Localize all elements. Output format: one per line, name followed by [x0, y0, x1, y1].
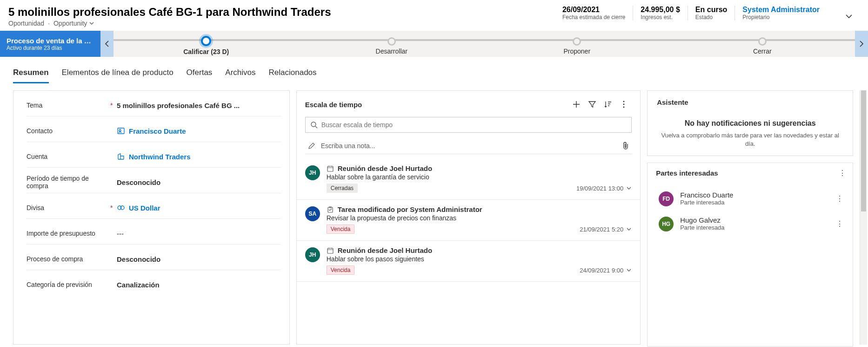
timeline-more-button[interactable] — [616, 97, 632, 111]
process-next-button[interactable] — [855, 31, 868, 57]
contact-icon — [117, 127, 125, 135]
stage-circle — [201, 36, 211, 46]
chevron-down-icon[interactable] — [626, 185, 632, 191]
field-row[interactable]: Categoría de previsión Canalización — [13, 270, 289, 295]
stage-circle — [573, 37, 581, 46]
field-label: Tema — [27, 102, 110, 109]
chevron-down-icon[interactable] — [626, 267, 632, 273]
field-value[interactable]: US Dollar — [117, 204, 281, 212]
timeline-item-subtitle: Hablar sobre los pasos siguientes — [327, 255, 632, 263]
metric-value: System Administrator — [742, 6, 820, 14]
metric-value: En curso — [695, 6, 727, 14]
svg-rect-8 — [327, 166, 333, 171]
field-value[interactable]: Francisco Duarte — [117, 127, 281, 135]
field-value[interactable]: Desconocido — [117, 255, 281, 263]
stakeholder-more-button[interactable]: ⋮ — [833, 219, 846, 228]
entity-name: Oportunidad — [8, 20, 44, 27]
entity-subtitle: Oportunidad · Opportunity — [8, 20, 544, 27]
stakeholders-more-button[interactable]: ⋮ — [836, 169, 849, 177]
chevron-down-icon[interactable] — [626, 226, 632, 232]
required-indicator: * — [110, 204, 117, 211]
chevron-down-icon — [845, 12, 853, 20]
tab-ofertas[interactable]: Ofertas — [187, 65, 213, 83]
filter-icon — [588, 100, 596, 109]
header-collapse-toggle[interactable] — [838, 9, 860, 23]
title-block: 5 molinillos profesionales Café BG-1 par… — [8, 6, 544, 27]
metric-value: 24.995,00 $ — [641, 6, 680, 14]
timeline-item[interactable]: SA Tarea modificado por System Administr… — [297, 200, 640, 241]
process-prev-button[interactable] — [100, 31, 114, 57]
tab-resumen[interactable]: Resumen — [13, 65, 49, 83]
status-badge: Vencida — [327, 265, 355, 275]
stage-label: Calificar (23 D) — [183, 48, 229, 55]
process-stage[interactable]: Calificar (23 D) — [114, 33, 299, 55]
field-row[interactable]: Importe de presupuesto --- — [13, 219, 289, 244]
content-area: Tema * 5 molinillos profesionales Café B… — [0, 84, 868, 347]
field-value[interactable]: Northwind Traders — [117, 152, 281, 161]
process-name-block[interactable]: Proceso de venta de la o... Activo duran… — [0, 31, 100, 57]
field-row[interactable]: Cuenta Northwind Traders — [13, 142, 289, 167]
metric-label: Fecha estimada de cierre — [562, 14, 625, 20]
avatar: HG — [659, 217, 674, 231]
header-metric[interactable]: En curso Estado — [688, 6, 734, 20]
field-value[interactable]: --- — [117, 230, 281, 238]
account-icon — [117, 152, 125, 161]
stage-label: Cerrar — [753, 48, 772, 55]
svg-rect-10 — [327, 248, 333, 253]
scrollbar-thumb[interactable] — [861, 90, 866, 211]
tab-elementos-de-línea-de-producto[interactable]: Elementos de línea de producto — [62, 65, 174, 83]
stage-circle — [758, 37, 767, 46]
metric-value: 26/09/2021 — [562, 6, 625, 14]
field-row[interactable]: Período de tiempo de compra Desconocido — [13, 168, 289, 193]
header-metric[interactable]: System Administrator Propietario — [734, 6, 827, 20]
field-row[interactable]: Tema * 5 molinillos profesionales Café B… — [13, 91, 289, 116]
stakeholders-panel: Partes interesadas ⋮ FD Francisco Duarte… — [647, 163, 853, 347]
field-row[interactable]: Proceso de compra Desconocido — [13, 245, 289, 270]
stakeholder-more-button[interactable]: ⋮ — [833, 194, 846, 203]
timeline-item-body: Tarea modificado por System Administrato… — [327, 205, 632, 234]
tab-archivos[interactable]: Archivos — [225, 65, 255, 83]
timeline-item-subtitle: Revisar la propuesta de precios con fina… — [327, 214, 632, 222]
stakeholders-header: Partes interesadas ⋮ — [656, 169, 849, 177]
svg-point-7 — [311, 122, 316, 127]
timeline-item-date: 19/09/2021 13:00 — [576, 185, 632, 192]
timeline-note-input-row[interactable]: Escriba una nota... — [305, 137, 632, 154]
field-row[interactable]: Contacto Francisco Duarte — [13, 116, 289, 142]
timeline-item[interactable]: JH Reunión desde Joel Hurtado Hablar sob… — [297, 241, 640, 282]
timeline-search[interactable] — [305, 117, 632, 133]
timeline-add-button[interactable] — [568, 97, 584, 111]
assistant-empty-subtext: Vuelva a comprobarlo más tarde para ver … — [657, 131, 843, 148]
chevron-left-icon — [105, 41, 109, 47]
avatar: SA — [305, 206, 320, 221]
field-value[interactable]: Desconocido — [117, 178, 281, 186]
header-metrics: 26/09/2021 Fecha estimada de cierre24.99… — [555, 6, 827, 20]
timeline-sort-button[interactable] — [600, 97, 616, 111]
header-metric[interactable]: 24.995,00 $ Ingresos est. — [633, 6, 688, 20]
process-stage[interactable]: Desarrollar — [299, 33, 485, 55]
svg-point-4 — [623, 101, 625, 102]
tab-relacionados[interactable]: Relacionados — [269, 65, 317, 83]
header-metric[interactable]: 26/09/2021 Fecha estimada de cierre — [555, 6, 633, 20]
tabs-row: ResumenElementos de línea de productoOfe… — [0, 57, 868, 84]
field-label: Divisa — [27, 204, 110, 211]
process-stage[interactable]: Proponer — [484, 33, 670, 55]
form-selector[interactable]: Opportunity — [53, 20, 94, 27]
plus-icon — [572, 100, 581, 109]
field-value[interactable]: Canalización — [117, 281, 281, 289]
field-value[interactable]: 5 molinillos profesionales Café BG ... — [117, 102, 281, 109]
assistant-panel: Asistente No hay notificaciones ni suger… — [647, 90, 853, 156]
process-stage[interactable]: Cerrar — [670, 33, 855, 55]
stakeholder-item[interactable]: HG Hugo Galvez Parte interesada ⋮ — [656, 211, 849, 236]
timeline-filter-button[interactable] — [584, 97, 600, 111]
stakeholder-item[interactable]: FD Francisco Duarte Parte interesada ⋮ — [656, 186, 849, 211]
timeline-item[interactable]: JH Reunión desde Joel Hurtado Hablar sob… — [297, 159, 640, 200]
field-row[interactable]: Divisa * US Dollar — [13, 193, 289, 218]
timeline-search-input[interactable] — [321, 121, 627, 129]
field-label: Cuenta — [27, 153, 110, 160]
chevron-right-icon — [859, 41, 864, 47]
attachment-icon[interactable] — [622, 142, 629, 150]
stages-container: Calificar (23 D) Desarrollar Proponer Ce… — [114, 31, 855, 57]
stakeholder-role: Parte interesada — [680, 224, 827, 231]
metric-label: Estado — [695, 14, 727, 20]
vertical-scrollbar[interactable] — [860, 90, 867, 345]
